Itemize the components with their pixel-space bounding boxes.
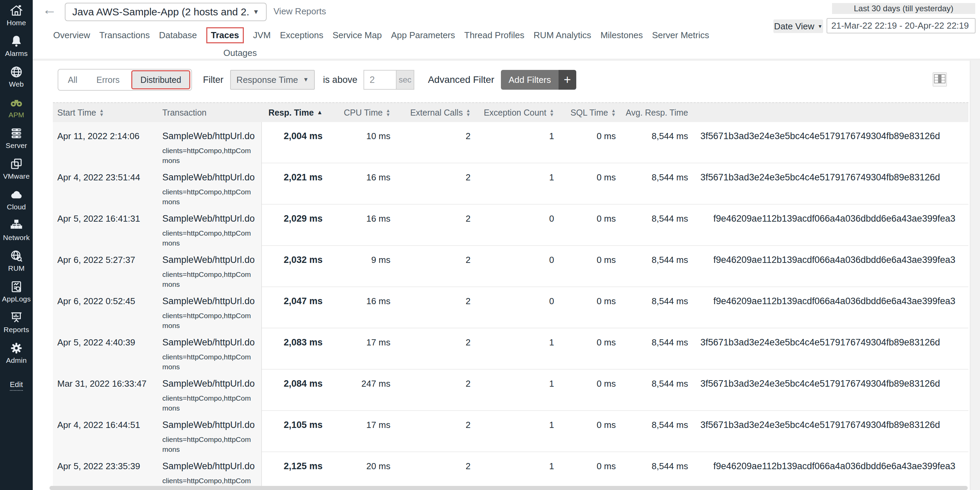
cell-transaction[interactable]: SampleWeb/httpUrl.do clients=httpCompo,h… <box>159 370 262 413</box>
transaction-clients: clients=httpCompo,httpCommons <box>162 146 252 165</box>
date-range-input[interactable] <box>827 18 975 33</box>
cell-trace-id[interactable]: f9e46209ae112b139acdf066a4a036dbdd6e6a43… <box>695 452 969 490</box>
cell-transaction[interactable]: SampleWeb/httpUrl.do clients=httpCompo,h… <box>159 287 262 331</box>
column-header-cpu-time[interactable]: CPU Time ▲▼ <box>327 108 392 118</box>
cell-transaction[interactable]: SampleWeb/httpUrl.do clients=httpCompo,h… <box>159 122 262 165</box>
cell-transaction[interactable]: SampleWeb/httpUrl.do clients=httpCompo,h… <box>159 163 262 207</box>
cell-sql-time: 0 ms <box>559 411 617 454</box>
cell-transaction[interactable]: SampleWeb/httpUrl.do clients=httpCompo,h… <box>159 411 262 454</box>
tab-jvm[interactable]: JVM <box>253 30 271 41</box>
sidebar-item-label: VMware <box>3 172 30 180</box>
cell-exception-count: 1 <box>476 452 559 490</box>
tab-overview[interactable]: Overview <box>53 30 90 41</box>
sidebar-item-reports[interactable]: Reports <box>0 310 33 334</box>
sidebar-item-edit[interactable]: Edit <box>0 379 33 391</box>
cell-trace-id[interactable]: f9e46209ae112b139acdf066a4a036dbdd6e6a43… <box>695 205 969 248</box>
cell-exception-count: 0 <box>476 205 559 248</box>
tab-app-parameters[interactable]: App Parameters <box>391 30 455 41</box>
cell-transaction[interactable]: SampleWeb/httpUrl.do clients=httpCompo,h… <box>159 328 262 372</box>
table-row[interactable]: Apr 6, 2022 0:52:45 SampleWeb/httpUrl.do… <box>53 287 969 328</box>
sort-icon[interactable]: ▲▼ <box>466 108 471 117</box>
tab-traces[interactable]: Traces <box>206 27 244 43</box>
cell-trace-id[interactable]: f9e46209ae112b139acdf066a4a036dbdd6e6a43… <box>695 287 969 331</box>
cell-transaction[interactable]: SampleWeb/httpUrl.do clients=httpCompo,h… <box>159 452 262 490</box>
transaction-name[interactable]: SampleWeb/httpUrl.do <box>162 131 261 142</box>
date-view-button[interactable]: Date View ▼ <box>773 19 823 33</box>
tab-outages[interactable]: Outages <box>223 48 257 58</box>
transaction-name[interactable]: SampleWeb/httpUrl.do <box>162 213 261 224</box>
threshold-input[interactable] <box>363 70 396 90</box>
tab-thread-profiles[interactable]: Thread Profiles <box>465 30 525 41</box>
column-header-start-time[interactable]: Start Time ▲▼ <box>53 108 159 118</box>
sidebar-item-apm[interactable]: APM <box>0 95 33 119</box>
sidebar-item-vmware[interactable]: VMware <box>0 157 33 180</box>
view-reports-link[interactable]: View Reports <box>274 6 326 17</box>
cell-avg-resp-time: 8,544 ms <box>617 452 695 490</box>
tab-exceptions[interactable]: Exceptions <box>280 30 323 41</box>
segment-errors[interactable]: Errors <box>87 75 129 85</box>
sidebar-item-home[interactable]: Home <box>0 3 33 27</box>
cell-trace-id[interactable]: 3f5671b3ad3e24e3e5bc4c4e5179176749304fb8… <box>695 163 969 207</box>
tab-service-map[interactable]: Service Map <box>332 30 382 41</box>
sort-icon[interactable]: ▲▼ <box>549 108 554 117</box>
table-row[interactable]: Apr 6, 2022 5:27:37 SampleWeb/httpUrl.do… <box>53 246 969 287</box>
tab-milestones[interactable]: Milestones <box>600 30 643 41</box>
cell-transaction[interactable]: SampleWeb/httpUrl.do clients=httpCompo,h… <box>159 246 262 289</box>
transaction-name[interactable]: SampleWeb/httpUrl.do <box>162 461 261 472</box>
column-header-sql-time[interactable]: SQL Time ▲▼ <box>559 108 617 118</box>
sidebar-item-applogs[interactable]: AppLogs <box>0 280 33 303</box>
transaction-name[interactable]: SampleWeb/httpUrl.do <box>162 337 261 348</box>
cell-sql-time: 0 ms <box>559 287 617 331</box>
table-row[interactable]: Mar 31, 2022 16:33:47 SampleWeb/httpUrl.… <box>53 370 969 411</box>
sidebar-item-cloud[interactable]: Cloud <box>0 188 33 211</box>
sort-icon[interactable]: ▲▼ <box>99 108 104 117</box>
horizontal-scrollbar[interactable] <box>49 486 968 490</box>
sort-icon[interactable]: ▲▼ <box>386 108 390 117</box>
transaction-name[interactable]: SampleWeb/httpUrl.do <box>162 420 261 430</box>
column-header-resp-time[interactable]: Resp. Time ▲ <box>262 108 327 118</box>
cell-transaction[interactable]: SampleWeb/httpUrl.do clients=httpCompo,h… <box>159 205 262 248</box>
column-header-avg-resp-time[interactable]: Avg. Resp. Time <box>617 108 695 118</box>
transaction-name[interactable]: SampleWeb/httpUrl.do <box>162 172 261 183</box>
table-row[interactable]: Apr 4, 2022 16:44:51 SampleWeb/httpUrl.d… <box>53 411 969 452</box>
vertical-scrollbar[interactable] <box>970 61 980 490</box>
sidebar-item-admin[interactable]: Admin <box>0 341 33 364</box>
sort-icon[interactable]: ▲▼ <box>611 108 616 117</box>
table-row[interactable]: Apr 5, 2022 4:40:39 SampleWeb/httpUrl.do… <box>53 328 969 370</box>
sidebar-item-alarms[interactable]: Alarms <box>0 34 33 57</box>
cell-trace-id[interactable]: 3f5671b3ad3e24e3e5bc4c4e5179176749304fb8… <box>695 411 969 454</box>
header-divider <box>33 59 980 61</box>
back-arrow-icon[interactable]: ← <box>42 2 57 18</box>
add-filters-button[interactable]: Add Filters + <box>501 70 576 90</box>
tab-rum-analytics[interactable]: RUM Analytics <box>534 30 591 41</box>
sidebar-item-rum[interactable]: RUM <box>0 249 33 272</box>
table-row[interactable]: Apr 11, 2022 2:14:06 SampleWeb/httpUrl.d… <box>53 122 969 163</box>
cell-trace-id[interactable]: 3f5671b3ad3e24e3e5bc4c4e5179176749304fb8… <box>695 370 969 413</box>
table-row[interactable]: Apr 5, 2022 16:41:31 SampleWeb/httpUrl.d… <box>53 205 969 246</box>
app-selector-dropdown[interactable]: Java AWS-Sample-App (2 hosts and 2... ▼ <box>65 3 267 21</box>
tab-server-metrics[interactable]: Server Metrics <box>652 30 709 41</box>
sidebar-item-network[interactable]: Network <box>0 218 33 242</box>
transaction-name[interactable]: SampleWeb/httpUrl.do <box>162 379 261 389</box>
column-header-transaction[interactable]: Transaction <box>159 108 262 118</box>
transaction-name[interactable]: SampleWeb/httpUrl.do <box>162 296 261 307</box>
sidebar-item-web[interactable]: Web <box>0 65 33 88</box>
table-row[interactable]: Apr 5, 2022 23:35:39 SampleWeb/httpUrl.d… <box>53 452 969 490</box>
column-chooser-button[interactable] <box>932 72 947 87</box>
filter-bar: All Errors Distributed Filter Response T… <box>57 69 576 91</box>
filter-field-dropdown[interactable]: Response Time ▼ <box>230 70 315 90</box>
column-header-external-calls[interactable]: External Calls ▲▼ <box>392 108 476 118</box>
tab-transactions[interactable]: Transactions <box>99 30 150 41</box>
tab-database[interactable]: Database <box>159 30 197 41</box>
table-row[interactable]: Apr 4, 2022 23:51:44 SampleWeb/httpUrl.d… <box>53 163 969 205</box>
segment-all[interactable]: All <box>58 75 87 85</box>
cell-trace-id[interactable]: 3f5671b3ad3e24e3e5bc4c4e5179176749304fb8… <box>695 122 969 165</box>
cell-trace-id[interactable]: 3f5671b3ad3e24e3e5bc4c4e5179176749304fb8… <box>695 328 969 372</box>
column-header-exception-count[interactable]: Exception Count ▲▼ <box>476 108 559 118</box>
cell-sql-time: 0 ms <box>559 452 617 490</box>
sidebar-item-server[interactable]: Server <box>0 126 33 150</box>
transaction-name[interactable]: SampleWeb/httpUrl.do <box>162 255 261 265</box>
segment-distributed[interactable]: Distributed <box>131 70 191 89</box>
server-icon <box>9 126 24 140</box>
cell-trace-id[interactable]: f9e46209ae112b139acdf066a4a036dbdd6e6a43… <box>695 246 969 289</box>
